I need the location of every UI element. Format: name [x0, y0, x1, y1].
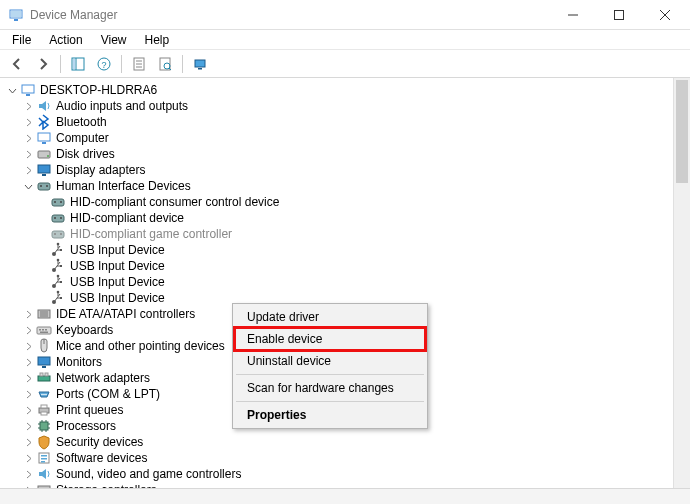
- tree-category[interactable]: Storage controllers: [4, 482, 686, 488]
- chevron-right-icon[interactable]: [22, 116, 34, 128]
- chevron-right-icon[interactable]: [22, 388, 34, 400]
- tree-category[interactable]: Sound, video and game controllers: [4, 466, 686, 482]
- menu-view[interactable]: View: [93, 31, 135, 49]
- tree-label: Human Interface Devices: [56, 178, 191, 194]
- chevron-down-icon[interactable]: [6, 84, 18, 96]
- computer-icon: [36, 130, 52, 146]
- context-update-driver[interactable]: Update driver: [235, 306, 425, 328]
- usb-icon: [50, 274, 66, 290]
- svg-point-36: [54, 217, 56, 219]
- maximize-button[interactable]: [596, 0, 642, 30]
- forward-button[interactable]: [32, 53, 54, 75]
- tree-label: Security devices: [56, 434, 143, 450]
- chevron-right-icon[interactable]: [22, 372, 34, 384]
- usb-icon: [50, 290, 66, 306]
- context-uninstall-device[interactable]: Uninstall device: [235, 350, 425, 372]
- tree-category[interactable]: Disk drives: [4, 146, 686, 162]
- menu-action[interactable]: Action: [41, 31, 90, 49]
- menu-help[interactable]: Help: [137, 31, 178, 49]
- scrollbar-thumb[interactable]: [676, 80, 688, 183]
- context-enable-device[interactable]: Enable device: [235, 328, 425, 350]
- vertical-scrollbar[interactable]: [673, 78, 690, 488]
- svg-point-39: [54, 233, 56, 235]
- tree-category[interactable]: Display adapters: [4, 162, 686, 178]
- chevron-right-icon[interactable]: [22, 436, 34, 448]
- chevron-right-icon[interactable]: [22, 148, 34, 160]
- tree-label: Disk drives: [56, 146, 115, 162]
- tree-category[interactable]: Software devices: [4, 450, 686, 466]
- toolbar-separator: [60, 55, 61, 73]
- chevron-right-icon[interactable]: [22, 452, 34, 464]
- tree-label: Mice and other pointing devices: [56, 338, 225, 354]
- context-properties[interactable]: Properties: [235, 404, 425, 426]
- tree-category[interactable]: Bluetooth: [4, 114, 686, 130]
- tree-label: Software devices: [56, 450, 147, 466]
- display-icon: [36, 162, 52, 178]
- tree-device-selected[interactable]: HID-compliant game controller: [4, 226, 686, 242]
- tree-device[interactable]: USB Input Device: [4, 242, 686, 258]
- disk-icon: [36, 146, 52, 162]
- tree-category[interactable]: Audio inputs and outputs: [4, 98, 686, 114]
- chevron-right-icon[interactable]: [22, 324, 34, 336]
- tree-label: HID-compliant game controller: [70, 226, 232, 242]
- printer-icon: [36, 402, 52, 418]
- tree-device[interactable]: USB Input Device: [4, 258, 686, 274]
- svg-point-26: [47, 155, 49, 157]
- audio-icon: [36, 98, 52, 114]
- svg-rect-48: [60, 281, 62, 283]
- chevron-right-icon[interactable]: [22, 420, 34, 432]
- software-icon: [36, 450, 52, 466]
- tree-root-label: DESKTOP-HLDRRA6: [40, 82, 157, 98]
- close-button[interactable]: [642, 0, 688, 30]
- processor-icon: [36, 418, 52, 434]
- chevron-right-icon[interactable]: [22, 404, 34, 416]
- chevron-down-icon[interactable]: [22, 180, 34, 192]
- svg-rect-74: [40, 422, 48, 430]
- mouse-icon: [36, 338, 52, 354]
- svg-rect-85: [41, 458, 47, 460]
- back-button[interactable]: [6, 53, 28, 75]
- computer-icon: [20, 82, 36, 98]
- storage-icon: [36, 482, 52, 488]
- tree-label: Ports (COM & LPT): [56, 386, 160, 402]
- view-devices-button[interactable]: [189, 53, 211, 75]
- chevron-right-icon[interactable]: [22, 356, 34, 368]
- tree-device[interactable]: USB Input Device: [4, 274, 686, 290]
- toolbar: ?: [0, 50, 690, 78]
- tree-device[interactable]: HID-compliant device: [4, 210, 686, 226]
- tree-label: HID-compliant device: [70, 210, 184, 226]
- chevron-right-icon[interactable]: [22, 100, 34, 112]
- hid-icon: [50, 226, 66, 242]
- tree-category[interactable]: Security devices: [4, 434, 686, 450]
- svg-rect-42: [60, 249, 62, 251]
- show-hide-tree-button[interactable]: [67, 53, 89, 75]
- svg-rect-9: [73, 59, 75, 69]
- context-scan-hardware[interactable]: Scan for hardware changes: [235, 377, 425, 399]
- scan-hardware-button[interactable]: [154, 53, 176, 75]
- svg-rect-87: [38, 486, 50, 488]
- chevron-right-icon[interactable]: [22, 132, 34, 144]
- chevron-right-icon[interactable]: [22, 340, 34, 352]
- tree-root[interactable]: DESKTOP-HLDRRA6: [4, 82, 686, 98]
- help-button[interactable]: ?: [93, 53, 115, 75]
- hid-icon: [36, 178, 52, 194]
- properties-button[interactable]: [128, 53, 150, 75]
- tree-category[interactable]: Computer: [4, 130, 686, 146]
- svg-rect-60: [45, 329, 47, 331]
- tree-label: Sound, video and game controllers: [56, 466, 241, 482]
- chevron-right-icon[interactable]: [22, 308, 34, 320]
- svg-rect-61: [40, 332, 48, 334]
- tree-label: Display adapters: [56, 162, 145, 178]
- chevron-right-icon[interactable]: [22, 164, 34, 176]
- tree-label: Print queues: [56, 402, 123, 418]
- tree-category-expanded[interactable]: Human Interface Devices: [4, 178, 686, 194]
- menu-file[interactable]: File: [4, 31, 39, 49]
- tree-device[interactable]: HID-compliant consumer control device: [4, 194, 686, 210]
- chevron-right-icon[interactable]: [22, 484, 34, 488]
- svg-point-49: [57, 275, 60, 278]
- menubar: File Action View Help: [0, 30, 690, 50]
- minimize-button[interactable]: [550, 0, 596, 30]
- tree-label: Keyboards: [56, 322, 113, 338]
- svg-point-30: [40, 185, 42, 187]
- chevron-right-icon[interactable]: [22, 468, 34, 480]
